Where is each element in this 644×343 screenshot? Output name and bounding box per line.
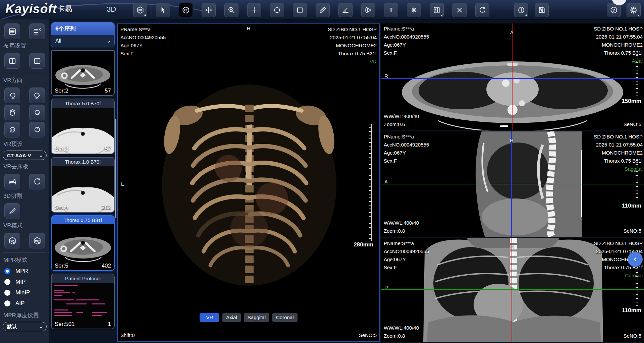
main-vr-viewport[interactable]: PName:S***a AccNO:0004920555 Age:067Y Se…: [117, 23, 380, 342]
mpr-option-mip[interactable]: MIP: [0, 277, 49, 287]
coronal-reference-line-vertical[interactable]: [512, 238, 512, 342]
scale-label: 110mm: [622, 203, 641, 209]
left-sidebar: 布局设置 VR方向: [0, 19, 49, 343]
axial-reference-line-vertical[interactable]: [512, 23, 513, 130]
vr-head-inferior-button[interactable]: [29, 105, 45, 120]
view-button-saggital[interactable]: Saggital: [244, 313, 269, 322]
series-item-ser501[interactable]: Patient Protocol: [51, 274, 115, 329]
mpr-mode-label: MPR模式: [0, 253, 49, 266]
mpr-option-minip[interactable]: MinIP: [0, 287, 49, 298]
protocol-preview-line: [54, 299, 74, 300]
tool-rectangle-button[interactable]: [293, 3, 307, 17]
tool-save-button[interactable]: [535, 3, 549, 17]
tool-ruler-button[interactable]: [316, 3, 330, 17]
bed-reset-button[interactable]: [29, 174, 45, 189]
tool-pan-button[interactable]: [202, 3, 216, 17]
tool-ellipse-button[interactable]: [270, 3, 284, 17]
orientation-marker-top: H: [247, 25, 251, 31]
chevron-down-icon: ⌄: [39, 324, 43, 329]
mpr-thickness-select[interactable]: 默认 ⌄: [3, 322, 47, 331]
vr-head-posterior-button[interactable]: [29, 122, 45, 137]
tool-text-button[interactable]: T: [384, 3, 398, 17]
study-datetime: 2025-01-21 07:55:04: [594, 141, 643, 149]
scalpel-icon: [8, 207, 17, 216]
mpr-option-mpr[interactable]: MPR: [0, 266, 49, 277]
tool-crosshair-button[interactable]: [247, 3, 261, 17]
patient-sex: Sex:F: [384, 264, 429, 272]
patient-accno: AccNO:0004920555: [384, 247, 429, 255]
wwwl-value: WW/WL:400/40: [384, 112, 419, 120]
vr-head-right-button[interactable]: [29, 88, 45, 103]
view-button-axial[interactable]: Axial: [222, 313, 241, 322]
patient-accno: AccNO:0004920555: [120, 34, 166, 42]
app-logo-text: Kayisoft: [5, 2, 57, 16]
zoom-value: Zoom:0.8: [384, 332, 419, 340]
remove-bed-button[interactable]: [4, 174, 20, 189]
vr-hexagon-icon: VR: [8, 236, 17, 245]
tool-alert-button[interactable]: [514, 3, 528, 17]
top-toolbar: Kayisoft卡易 ✦ 3D 3D: [0, 0, 644, 20]
mpr-thickness-label: MPR厚度设置: [0, 309, 49, 321]
mpr-axial-viewport[interactable]: PName:S***a AccNO:0004920555 Age:067Y Se…: [381, 23, 644, 130]
tool-angle-button[interactable]: [338, 3, 353, 17]
layout-split-button[interactable]: [29, 53, 45, 69]
radio-selected-icon: [4, 268, 10, 274]
tool-brightness-button[interactable]: [407, 3, 421, 17]
series-panel-toggle-button[interactable]: [29, 23, 45, 39]
orientation-marker-left: R: [384, 73, 388, 79]
tool-rotate-3d-button[interactable]: [179, 3, 193, 17]
vr-head-anterior-button[interactable]: [4, 122, 20, 137]
vr-head-superior-button[interactable]: [4, 105, 20, 120]
tool-delete-button[interactable]: [452, 3, 467, 17]
protocol-preview-line: [92, 312, 107, 313]
tool-reset-button[interactable]: [475, 3, 489, 17]
hospital-name: SD ZIBO NO.1 HOSP: [594, 25, 643, 33]
scalpel-cut-button[interactable]: [4, 203, 20, 219]
head-back-icon: [33, 125, 42, 134]
axial-reference-line-horizontal[interactable]: [381, 78, 644, 79]
saggital-reference-line-horizontal[interactable]: [381, 184, 644, 184]
tool-cobb-angle-button[interactable]: [361, 3, 375, 17]
cut-3d-label: 3D切割: [0, 189, 49, 202]
saggital-reference-line-vertical[interactable]: [511, 131, 512, 237]
vr-mode-vr-button[interactable]: VR: [4, 233, 20, 248]
slice-position-indicator[interactable]: [500, 125, 508, 127]
coronal-reference-line-horizontal[interactable]: [381, 289, 644, 290]
series-panel: 6个序列 All ⌄ Ser:2: [49, 19, 116, 343]
series-scrollbar[interactable]: [115, 119, 116, 218]
tool-settings-button[interactable]: [627, 3, 641, 17]
mpr-option-aip[interactable]: AIP: [0, 298, 49, 309]
vr-preset-label: VR预设: [0, 137, 49, 150]
orientation-marker-left: A: [384, 179, 388, 184]
series-item-ser3[interactable]: Thorax 5.0 B70f Ser:3 57: [51, 99, 115, 154]
chevron-down-icon: ⌄: [107, 35, 111, 47]
vr-mode-mip-button[interactable]: MIP: [29, 233, 45, 248]
layout-list-button[interactable]: [4, 23, 20, 39]
tool-window-level-button[interactable]: [430, 3, 444, 17]
patient-info-overlay: PName:S***a AccNO:0004920555 Age:067Y Se…: [120, 25, 166, 58]
view-button-vr[interactable]: VR: [200, 313, 219, 322]
view-button-coronal[interactable]: Coronal: [272, 313, 298, 322]
series-filter-select[interactable]: All ⌄: [51, 35, 114, 47]
photometric: MONOCHROME2: [594, 149, 643, 157]
series-title: Thorax 1.0 B70f: [52, 158, 114, 166]
vr-head-left-button[interactable]: [4, 88, 20, 103]
study-info-overlay: SD ZIBO NO.1 HOSP 2025-01-21 07:55:04 MO…: [328, 25, 377, 66]
mpr-coronal-viewport[interactable]: PName:S***a AccNO:0004920555 Age:067Y Se…: [381, 238, 644, 342]
tool-cursor-button[interactable]: [156, 3, 170, 17]
series-item-ser4[interactable]: Thorax 1.0 B70f Ser:4 282: [51, 157, 115, 213]
patient-info-overlay: PName:S***a AccNO:0004920555 Age:067Y Se…: [384, 133, 429, 165]
patient-age: Age:067Y: [384, 41, 429, 49]
layout-grid-2x2-button[interactable]: [4, 53, 20, 69]
series-item-ser2[interactable]: Ser:2 57: [51, 50, 115, 96]
series-number: Ser:501: [55, 321, 75, 328]
study-datetime: 2025-01-21 07:55:04: [328, 34, 377, 42]
panel-collapse-button[interactable]: ‹: [628, 252, 643, 267]
mpr-saggital-viewport[interactable]: PName:S***a AccNO:0004920555 Age:067Y Se…: [381, 131, 644, 237]
tool-zoom-button[interactable]: [224, 3, 238, 17]
vr-preset-select[interactable]: CT-AAA-V ⌄: [3, 151, 47, 160]
patient-info-overlay: PName:S***a AccNO:0004920555 Age:067Y Se…: [384, 25, 429, 57]
tool-3d-view-button[interactable]: 3D: [133, 3, 147, 17]
series-item-footer: Ser:2 57: [55, 88, 111, 94]
series-item-ser5-selected[interactable]: Thorax 0.75 B31f Ser:5 402: [51, 215, 115, 271]
